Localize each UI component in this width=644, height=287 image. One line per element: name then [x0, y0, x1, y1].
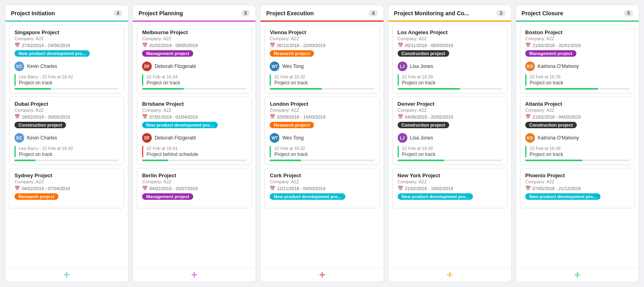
card-company: Company: A2Z [14, 108, 119, 113]
card-person: KCKevin Charles [14, 133, 119, 143]
card[interactable]: Denver ProjectCompany: A2Z📅04/06/2018 - … [392, 96, 507, 165]
card[interactable]: Brisbane ProjectCompany: A2Z📅07/01/2019 … [137, 96, 252, 165]
column-body-4[interactable]: Boston ProjectCompany: A2Z📅21/02/2018 - … [516, 22, 639, 268]
card-progress [398, 88, 502, 90]
card-title: Vienna Project [270, 29, 374, 35]
card-title: Singapore Project [14, 29, 119, 35]
calendar-icon: 📅 [525, 43, 531, 48]
card-title: Los Angeles Project [398, 29, 502, 35]
card[interactable]: Vienna ProjectCompany: A2Z📅05/12/2018 - … [264, 25, 379, 93]
column-count: 4 [369, 10, 378, 16]
log-status: Project on track [402, 80, 502, 86]
column-title: Project Execution [266, 10, 314, 16]
person-name: Deborah Fitzgerald [155, 64, 196, 69]
card-title: Melbourne Project [142, 29, 246, 35]
card-title: Cork Project [270, 172, 374, 178]
log-status: Project on track [19, 152, 119, 157]
card[interactable]: Singapore ProjectCompany: A2Z📅27/02/2019… [9, 25, 124, 93]
card-log: 22 Feb at 16:32Project on track [270, 74, 374, 86]
avatar: DF [142, 62, 152, 71]
card[interactable]: Atlanta ProjectCompany: A2Z📅21/02/2018 -… [520, 96, 635, 165]
card-tag: Construction project [398, 122, 449, 128]
card[interactable]: Berlin ProjectCompany: A2Z📅04/02/2019 - … [137, 168, 252, 208]
card-progress-bar [525, 88, 598, 90]
card-tag: New product development pro... [142, 122, 217, 128]
card-person: LJLisa Jones [398, 133, 502, 143]
card-progress-bar [14, 88, 51, 90]
column-header-2: Project Execution4 [260, 5, 383, 22]
date-range: 07/05/2018 - 21/12/2018 [533, 186, 581, 191]
card-tag: Research project [270, 122, 314, 128]
card-title: New York Project [398, 172, 502, 178]
card[interactable]: Los Angeles ProjectCompany: A2Z📅05/11/20… [392, 25, 507, 93]
card-tag: Research project [14, 193, 58, 200]
card[interactable]: New York ProjectCompany: A2Z📅21/02/2018 … [392, 168, 507, 208]
calendar-icon: 📅 [14, 186, 20, 191]
card-progress-bar [525, 160, 583, 161]
card-tag: Management project [142, 193, 193, 200]
card[interactable]: Phoenix ProjectCompany: A2Z📅07/05/2018 -… [520, 168, 635, 208]
card[interactable]: Cork ProjectCompany: A2Z📅12/11/2018 - 04… [264, 168, 379, 208]
card-tag: Management project [142, 50, 193, 57]
log-status: Project behind schedule [147, 152, 246, 157]
card-progress-bar [142, 160, 168, 161]
add-card-icon[interactable]: ✛ [574, 271, 580, 279]
log-status: Project on track [147, 80, 246, 86]
card-title: Dubai Project [14, 101, 119, 107]
column-header-3: Project Monitoring and Co...3 [388, 5, 511, 22]
avatar: DF [142, 133, 152, 143]
add-card-icon[interactable]: ✛ [64, 271, 70, 279]
column-body-3[interactable]: Los Angeles ProjectCompany: A2Z📅05/11/20… [388, 22, 511, 268]
card-date: 📅18/02/2019 - 30/05/2019 [14, 114, 119, 119]
card-company: Company: A2Z [270, 108, 374, 113]
card-date: 📅04/06/2018 - 25/02/2019 [398, 114, 502, 119]
card-date: 📅03/09/2018 - 14/03/2019 [270, 114, 374, 119]
card[interactable]: Melbourne ProjectCompany: A2Z📅01/02/2019… [137, 25, 252, 93]
date-range: 04/06/2018 - 25/02/2019 [405, 115, 453, 119]
card-date: 📅01/02/2019 - 08/05/2019 [142, 43, 246, 48]
date-range: 27/02/2019 - 24/06/2019 [22, 43, 70, 48]
date-range: 21/02/2018 - 31/01/2019 [533, 43, 581, 48]
card-date: 📅05/12/2018 - 22/03/2019 [270, 43, 374, 48]
column-body-1[interactable]: Melbourne ProjectCompany: A2Z📅01/02/2019… [133, 22, 256, 268]
column-body-0[interactable]: Singapore ProjectCompany: A2Z📅27/02/2019… [5, 22, 128, 268]
column-body-2[interactable]: Vienna ProjectCompany: A2Z📅05/12/2018 - … [260, 22, 383, 268]
card-tag: New product development pro... [270, 193, 345, 200]
calendar-icon: 📅 [398, 186, 403, 191]
column-col-4: Project Closure5Boston ProjectCompany: A… [516, 5, 639, 282]
avatar: LJ [398, 62, 407, 71]
avatar: WT [270, 62, 279, 71]
column-title: Project Monitoring and Co... [394, 10, 469, 16]
card-company: Company: A2Z [398, 36, 502, 41]
card-company: Company: A2Z [525, 36, 630, 41]
card-company: Company: A2Z [14, 179, 119, 184]
card-company: Company: A2Z [14, 36, 119, 41]
log-status: Project on track [402, 152, 502, 157]
card-tag: New product development pro... [398, 193, 473, 200]
card-date: 📅27/02/2019 - 24/06/2019 [14, 43, 119, 48]
card-date: 📅04/02/2019 - 07/04/2019 [14, 186, 119, 191]
card[interactable]: Sydney ProjectCompany: A2Z📅04/02/2019 - … [9, 168, 124, 208]
column-footer-3: ✛ [388, 268, 511, 282]
card-company: Company: A2Z [270, 179, 374, 184]
card-company: Company: A2Z [270, 36, 374, 41]
card-log: 22 Feb at 16:39Project on track [398, 74, 502, 86]
card-progress-bar [270, 88, 322, 90]
card[interactable]: London ProjectCompany: A2Z📅03/09/2018 - … [264, 96, 379, 165]
column-col-3: Project Monitoring and Co...3Los Angeles… [388, 5, 512, 282]
add-card-icon[interactable]: ✛ [447, 271, 453, 279]
log-time: 22 Feb at 16:35 [530, 146, 630, 151]
card-tag: New product development pro... [14, 50, 90, 57]
calendar-icon: 📅 [398, 43, 403, 48]
column-col-1: Project Planning5Melbourne ProjectCompan… [132, 5, 256, 282]
card-date: 📅12/11/2018 - 04/03/2019 [270, 186, 374, 191]
card[interactable]: Boston ProjectCompany: A2Z📅21/02/2018 - … [520, 25, 635, 93]
card[interactable]: Dubai ProjectCompany: A2Z📅18/02/2019 - 3… [9, 96, 124, 165]
log-time: 22 Feb at 16:35 [530, 74, 630, 79]
log-time: 22 Feb at 16:41 [147, 146, 246, 151]
date-range: 04/02/2019 - 07/04/2019 [22, 186, 70, 191]
column-footer-0: ✛ [5, 268, 128, 282]
add-card-icon[interactable]: ✛ [319, 271, 325, 279]
add-card-icon[interactable]: ✛ [191, 271, 197, 279]
card-log: 22 Feb at 16:34Project on track [142, 74, 246, 86]
